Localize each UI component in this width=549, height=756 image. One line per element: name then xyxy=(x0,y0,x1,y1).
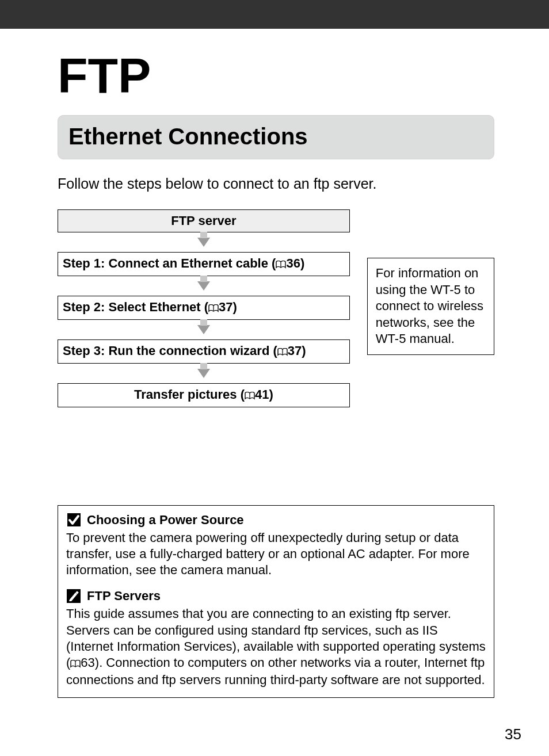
note-title: FTP Servers xyxy=(87,589,161,604)
flow-arrow xyxy=(58,232,350,252)
flow-step-3: Step 3: Run the connection wizard (37) xyxy=(58,339,350,364)
book-icon xyxy=(277,345,288,360)
intro-text: Follow the steps below to connect to an … xyxy=(58,175,494,192)
page-ref: 37) xyxy=(288,343,306,358)
page-number: 35 xyxy=(505,726,521,743)
flow-container: FTP server Step 1: Connect an Ethernet c… xyxy=(58,209,494,407)
step-text: Step 1: Connect an Ethernet cable ( xyxy=(63,256,276,270)
section-heading-box: Ethernet Connections xyxy=(58,115,494,159)
flow-step-1: Step 1: Connect an Ethernet cable (36) xyxy=(58,252,350,276)
flow-end-box: Transfer pictures (41) xyxy=(58,383,350,407)
book-icon xyxy=(276,257,286,272)
note-text-b: Connection to computers on other network… xyxy=(66,655,485,687)
step-text: Step 3: Run the connection wizard ( xyxy=(63,343,277,358)
step-text: Transfer pictures ( xyxy=(134,387,245,402)
flow-step-2: Step 2: Select Ethernet (37) xyxy=(58,296,350,320)
note-title: Choosing a Power Source xyxy=(87,513,244,528)
flow-arrow xyxy=(58,276,350,296)
flow-arrow xyxy=(58,320,350,339)
side-note-box: For information on using the WT-5 to con… xyxy=(367,258,494,355)
flow-start-box: FTP server xyxy=(58,209,350,232)
book-icon xyxy=(70,656,81,672)
step-text: Step 2: Select Ethernet ( xyxy=(63,300,208,314)
flow-arrow xyxy=(58,364,350,383)
page-ref: 36) xyxy=(286,256,304,270)
note-body-ftp: This guide assumes that you are connecti… xyxy=(66,606,486,688)
arrow-down-icon xyxy=(197,238,210,247)
page-content: FTP Ethernet Connections Follow the step… xyxy=(0,29,549,756)
page-ref: 37) xyxy=(219,300,237,314)
arrow-down-icon xyxy=(197,281,210,291)
pencil-box-icon xyxy=(66,589,81,604)
arrow-down-icon xyxy=(197,325,210,334)
notes-box: Choosing a Power Source To prevent the c… xyxy=(58,505,494,698)
arrow-down-icon xyxy=(197,369,210,378)
section-title: Ethernet Connections xyxy=(68,124,483,150)
chapter-title: FTP xyxy=(58,51,494,100)
page-ref: 41) xyxy=(255,387,273,402)
note-body-power: To prevent the camera powering off unexp… xyxy=(66,530,486,578)
note-heading-ftp: FTP Servers xyxy=(66,589,486,604)
caution-check-icon xyxy=(66,513,81,528)
book-icon xyxy=(245,388,255,403)
top-bar xyxy=(0,0,549,29)
note-page-ref: 63). xyxy=(81,655,106,670)
flow-column: FTP server Step 1: Connect an Ethernet c… xyxy=(58,209,350,407)
book-icon xyxy=(208,301,219,316)
note-heading-power: Choosing a Power Source xyxy=(66,513,486,528)
